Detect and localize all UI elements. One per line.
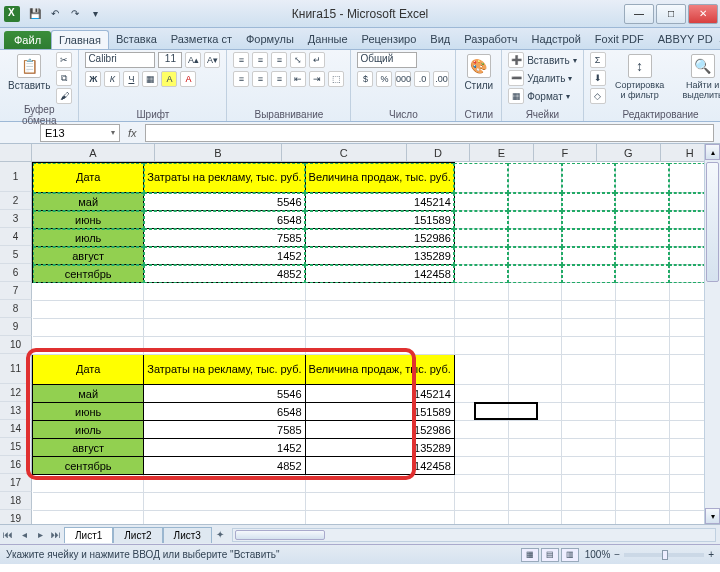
cell[interactable] bbox=[508, 337, 562, 355]
value-cell[interactable]: 6548 bbox=[144, 211, 305, 229]
cell[interactable] bbox=[562, 319, 616, 337]
cell[interactable] bbox=[454, 403, 508, 421]
cell[interactable] bbox=[615, 511, 669, 525]
cell[interactable] bbox=[562, 193, 616, 211]
sheet-nav-next-icon[interactable]: ▸ bbox=[32, 529, 48, 540]
cell[interactable] bbox=[562, 355, 616, 385]
row-header-19[interactable]: 19 bbox=[0, 510, 32, 524]
cell[interactable] bbox=[615, 193, 669, 211]
table-header[interactable]: Величина продаж, тыс. руб. bbox=[305, 355, 454, 385]
cell[interactable] bbox=[508, 511, 562, 525]
cell[interactable] bbox=[508, 493, 562, 511]
value-cell[interactable]: 5546 bbox=[144, 193, 305, 211]
col-header-F[interactable]: F bbox=[534, 144, 597, 162]
table-header[interactable]: Затраты на рекламу, тыс. руб. bbox=[144, 163, 305, 193]
cell[interactable] bbox=[562, 265, 616, 283]
number-format-box[interactable]: Общий bbox=[357, 52, 417, 68]
cell[interactable] bbox=[562, 511, 616, 525]
cell[interactable] bbox=[508, 163, 562, 193]
cell[interactable] bbox=[144, 319, 305, 337]
qat-redo-icon[interactable]: ↷ bbox=[68, 7, 82, 21]
increase-decimal-icon[interactable]: .0 bbox=[414, 71, 430, 87]
cell[interactable] bbox=[562, 283, 616, 301]
month-cell[interactable]: май bbox=[33, 385, 144, 403]
row-header-1[interactable]: 1 bbox=[0, 162, 32, 192]
cell[interactable] bbox=[562, 163, 616, 193]
month-cell[interactable]: июль bbox=[33, 229, 144, 247]
month-cell[interactable]: сентябрь bbox=[33, 265, 144, 283]
value-cell[interactable]: 1452 bbox=[144, 439, 305, 457]
cell[interactable] bbox=[562, 421, 616, 439]
row-header-15[interactable]: 15 bbox=[0, 438, 32, 456]
col-header-B[interactable]: B bbox=[155, 144, 282, 162]
tab-вставка[interactable]: Вставка bbox=[109, 30, 164, 49]
cell[interactable] bbox=[33, 475, 144, 493]
row-header-12[interactable]: 12 bbox=[0, 384, 32, 402]
cell[interactable] bbox=[454, 211, 508, 229]
zoom-out-icon[interactable]: − bbox=[614, 549, 620, 560]
cell[interactable] bbox=[615, 319, 669, 337]
scroll-down-icon[interactable]: ▾ bbox=[705, 508, 720, 524]
value-cell[interactable]: 6548 bbox=[144, 403, 305, 421]
value-cell[interactable]: 1452 bbox=[144, 247, 305, 265]
value-cell[interactable]: 145214 bbox=[305, 385, 454, 403]
month-cell[interactable]: август bbox=[33, 247, 144, 265]
col-header-E[interactable]: E bbox=[470, 144, 533, 162]
col-header-G[interactable]: G bbox=[597, 144, 660, 162]
cell[interactable] bbox=[454, 385, 508, 403]
cell[interactable] bbox=[562, 301, 616, 319]
month-cell[interactable]: май bbox=[33, 193, 144, 211]
cell[interactable] bbox=[508, 355, 562, 385]
row-header-10[interactable]: 10 bbox=[0, 336, 32, 354]
align-middle-icon[interactable]: ≡ bbox=[252, 52, 268, 68]
cell[interactable] bbox=[305, 319, 454, 337]
cell[interactable] bbox=[615, 385, 669, 403]
cell[interactable] bbox=[454, 229, 508, 247]
row-header-16[interactable]: 16 bbox=[0, 456, 32, 474]
cell[interactable] bbox=[305, 301, 454, 319]
row-header-2[interactable]: 2 bbox=[0, 192, 32, 210]
formula-input[interactable] bbox=[145, 124, 714, 142]
row-header-6[interactable]: 6 bbox=[0, 264, 32, 282]
align-bottom-icon[interactable]: ≡ bbox=[271, 52, 287, 68]
cell[interactable] bbox=[305, 283, 454, 301]
zoom-in-icon[interactable]: + bbox=[708, 549, 714, 560]
fill-color-icon[interactable]: A bbox=[161, 71, 177, 87]
merge-icon[interactable]: ⬚ bbox=[328, 71, 344, 87]
cell[interactable] bbox=[562, 493, 616, 511]
table-header[interactable]: Величина продаж, тыс. руб. bbox=[305, 163, 454, 193]
row-header-9[interactable]: 9 bbox=[0, 318, 32, 336]
month-cell[interactable]: июнь bbox=[33, 403, 144, 421]
cell[interactable] bbox=[508, 193, 562, 211]
underline-icon[interactable]: Ч bbox=[123, 71, 139, 87]
fx-icon[interactable]: fx bbox=[128, 127, 137, 139]
align-top-icon[interactable]: ≡ bbox=[233, 52, 249, 68]
month-cell[interactable]: сентябрь bbox=[33, 457, 144, 475]
increase-indent-icon[interactable]: ⇥ bbox=[309, 71, 325, 87]
tab-file[interactable]: Файл bbox=[4, 31, 51, 49]
row-header-17[interactable]: 17 bbox=[0, 474, 32, 492]
cell[interactable] bbox=[33, 283, 144, 301]
cell[interactable] bbox=[562, 247, 616, 265]
cell[interactable] bbox=[615, 457, 669, 475]
value-cell[interactable]: 135289 bbox=[305, 247, 454, 265]
row-header-7[interactable]: 7 bbox=[0, 282, 32, 300]
cell[interactable] bbox=[454, 493, 508, 511]
cell[interactable] bbox=[454, 439, 508, 457]
font-color-icon[interactable]: A bbox=[180, 71, 196, 87]
align-left-icon[interactable]: ≡ bbox=[233, 71, 249, 87]
value-cell[interactable]: 7585 bbox=[144, 229, 305, 247]
cell[interactable] bbox=[305, 475, 454, 493]
italic-icon[interactable]: К bbox=[104, 71, 120, 87]
cell[interactable] bbox=[454, 193, 508, 211]
cell[interactable] bbox=[562, 337, 616, 355]
table-header[interactable]: Затраты на рекламу, тыс. руб. bbox=[144, 355, 305, 385]
namebox-dropdown-icon[interactable]: ▾ bbox=[111, 128, 115, 137]
cut-icon[interactable]: ✂ bbox=[56, 52, 72, 68]
vertical-scrollbar[interactable]: ▴ ▾ bbox=[704, 144, 720, 524]
cell[interactable] bbox=[615, 265, 669, 283]
cell[interactable] bbox=[615, 421, 669, 439]
cell[interactable] bbox=[508, 475, 562, 493]
table-header[interactable]: Дата bbox=[33, 163, 144, 193]
cell[interactable] bbox=[615, 475, 669, 493]
